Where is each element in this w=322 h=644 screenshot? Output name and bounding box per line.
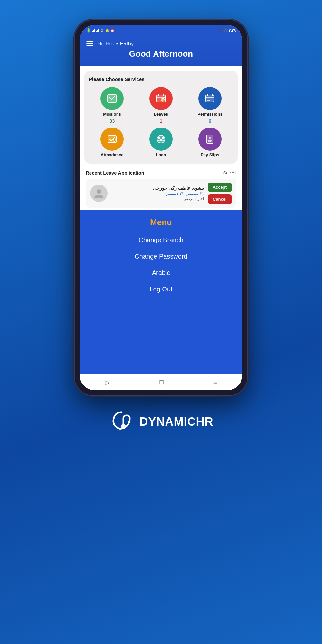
accept-button[interactable]: Accept bbox=[208, 183, 232, 192]
permissions-icon bbox=[198, 87, 222, 110]
avatar bbox=[90, 185, 108, 202]
service-missions[interactable]: Missions 33 bbox=[89, 87, 135, 124]
recent-header: Recent Leave Application See All bbox=[86, 170, 236, 175]
leave-person-name: بيشوى عاطف زكى جورجى bbox=[111, 185, 204, 191]
logo-icon bbox=[109, 409, 135, 435]
leave-actions: Accept Cancel bbox=[208, 183, 232, 204]
missions-icon bbox=[100, 87, 124, 110]
bottom-nav: ▷ □ ≡ bbox=[80, 374, 242, 390]
service-payslips[interactable]: Pay Slips bbox=[187, 128, 233, 157]
notification-icon: 🔔 bbox=[105, 29, 109, 32]
service-loan[interactable]: Loan bbox=[138, 128, 184, 157]
payslips-label: Pay Slips bbox=[201, 152, 219, 157]
leave-card: بيشوى عاطف زكى جورجى ٢١ ديسمبر - ٢١ ديسم… bbox=[86, 179, 236, 208]
alarm-icon: ⏰ bbox=[110, 29, 114, 32]
greeting-hi: Hi, Heba Fathy bbox=[97, 41, 134, 47]
recent-leave-section: Recent Leave Application See All بيشوى ع… bbox=[80, 167, 242, 210]
svg-point-21 bbox=[209, 137, 211, 139]
menu-title: Menu bbox=[150, 217, 172, 227]
permissions-count: 6 bbox=[209, 118, 211, 124]
nav-home-icon[interactable]: □ bbox=[160, 378, 164, 386]
leaves-count: 1 bbox=[160, 118, 162, 124]
battery-icon: 🔋 bbox=[86, 28, 91, 33]
missions-count: 33 bbox=[109, 118, 115, 124]
status-bar: 🔋 .ıl .ıl ⌛ 🔔 ⏰ 📞 🎵 ٢:٣٩ bbox=[80, 25, 242, 35]
attendance-label: Attandance bbox=[101, 152, 124, 157]
menu-overlay: Menu Change Branch Change Password Arabi… bbox=[80, 210, 242, 374]
loan-label: Loan bbox=[156, 152, 166, 157]
leave-info: بيشوى عاطف زكى جورجى ٢١ ديسمبر - ٢١ ديسم… bbox=[111, 185, 204, 201]
phone-frame: 🔋 .ıl .ıl ⌛ 🔔 ⏰ 📞 🎵 ٢:٣٩ bbox=[74, 19, 248, 396]
svg-rect-0 bbox=[108, 95, 117, 102]
leaves-label: Leaves bbox=[154, 112, 168, 117]
cancel-button[interactable]: Cancel bbox=[208, 194, 232, 204]
app-icons: 📞 🎵 bbox=[219, 29, 228, 32]
permissions-label: Permissions bbox=[197, 112, 222, 117]
svg-point-24 bbox=[97, 189, 101, 194]
logo-text: DYNAMICHR bbox=[140, 415, 213, 429]
loan-icon bbox=[149, 128, 173, 151]
payslips-icon bbox=[198, 128, 222, 151]
service-permissions[interactable]: Permissions 6 bbox=[187, 87, 233, 124]
signal-bars: .ıl .ıl bbox=[92, 28, 99, 32]
menu-change-password[interactable]: Change Password bbox=[135, 253, 187, 260]
svg-rect-8 bbox=[206, 95, 214, 102]
nav-back-icon[interactable]: ▷ bbox=[105, 378, 110, 386]
menu-logout[interactable]: Log Out bbox=[149, 286, 172, 293]
recent-title: Recent Leave Application bbox=[86, 170, 144, 175]
greeting-main: Good Afternoon bbox=[86, 49, 236, 59]
see-all-button[interactable]: See All bbox=[223, 170, 236, 175]
menu-arabic[interactable]: Arabic bbox=[152, 269, 170, 277]
status-left: 🔋 .ıl .ıl ⌛ 🔔 ⏰ bbox=[86, 28, 114, 33]
svg-point-25 bbox=[121, 424, 126, 429]
services-title: Please Choose Services bbox=[89, 76, 233, 82]
wifi-icon: ⌛ bbox=[100, 29, 104, 32]
logo-section: DYNAMICHR bbox=[109, 409, 213, 435]
leave-type: اجازة مرضى bbox=[111, 196, 204, 201]
leave-date: ٢١ ديسمبر - ٢١ ديسمبر bbox=[111, 191, 204, 196]
services-grid: Missions 33 ! bbox=[89, 87, 233, 157]
menu-change-branch[interactable]: Change Branch bbox=[139, 236, 184, 244]
svg-point-18 bbox=[162, 137, 164, 139]
header-top: Hi, Heba Fathy bbox=[86, 41, 236, 47]
phone-screen: 🔋 .ıl .ıl ⌛ 🔔 ⏰ 📞 🎵 ٢:٣٩ bbox=[80, 25, 242, 390]
svg-text:!: ! bbox=[162, 99, 163, 101]
leaves-icon: ! bbox=[149, 87, 173, 110]
attendance-icon bbox=[100, 128, 124, 151]
services-card: Please Choose Services Missions 33 bbox=[84, 71, 238, 164]
time-display: ٢:٣٩ bbox=[229, 28, 236, 33]
hamburger-menu[interactable] bbox=[86, 41, 93, 46]
service-leaves[interactable]: ! Leaves 1 bbox=[138, 87, 184, 124]
phone-wrapper: 🔋 .ıl .ıl ⌛ 🔔 ⏰ 📞 🎵 ٢:٣٩ bbox=[74, 19, 248, 396]
status-right: 📞 🎵 ٢:٣٩ bbox=[219, 28, 236, 33]
app-header: Hi, Heba Fathy Good Afternoon bbox=[80, 35, 242, 66]
svg-point-17 bbox=[158, 137, 160, 139]
nav-menu-icon[interactable]: ≡ bbox=[213, 378, 217, 386]
service-attendance[interactable]: Attandance bbox=[89, 128, 135, 157]
missions-label: Missions bbox=[103, 112, 121, 117]
